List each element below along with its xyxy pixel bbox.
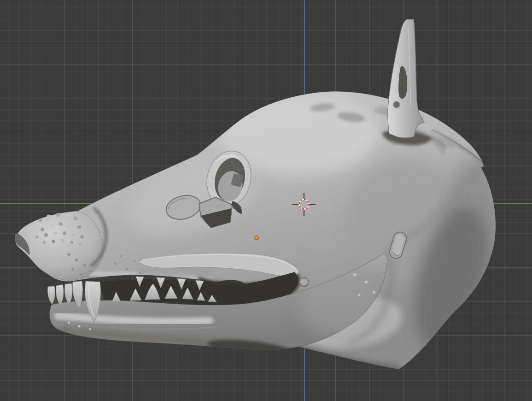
viewport-canvas[interactable]: [0, 0, 532, 401]
skull-mask-model[interactable]: [15, 19, 503, 369]
crest-blade[interactable]: [388, 19, 424, 138]
viewport-3d[interactable]: [0, 0, 532, 401]
blade-hole: [393, 101, 400, 108]
jaw-hinge-hole: [300, 278, 309, 287]
